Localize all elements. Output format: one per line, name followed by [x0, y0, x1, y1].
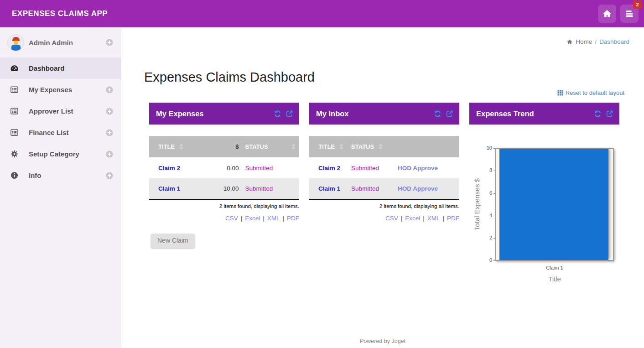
list-icon — [10, 128, 19, 137]
home-icon — [602, 9, 612, 19]
expand-button[interactable] — [105, 129, 114, 137]
hod-approve-link[interactable]: HOD Approve — [398, 165, 438, 171]
list-icon — [10, 85, 19, 94]
export-pdf-link[interactable]: PDF — [287, 215, 299, 222]
external-link-icon[interactable] — [286, 110, 293, 118]
dashboard-icon — [10, 64, 19, 73]
my-expenses-table: TITLE $ STATUS — [149, 136, 299, 200]
breadcrumb-home[interactable]: Home — [576, 38, 592, 45]
sidebar-item-label: Approver List — [29, 107, 105, 115]
external-link-icon[interactable] — [606, 110, 613, 118]
hod-approve-link[interactable]: HOD Approve — [398, 185, 438, 192]
sidebar-item-my-expenses[interactable]: My Expenses — [0, 79, 121, 100]
table-row: Claim 2 0.00 Submitted — [149, 157, 299, 178]
sidebar-item-label: Finance List — [29, 129, 105, 136]
sidebar-item-label: My Expenses — [29, 86, 105, 93]
panel-header: My Inbox — [309, 103, 459, 125]
avatar — [7, 34, 24, 51]
expenses-trend-chart: Total Expenses $ 10 8 6 4 2 0 Claim 1 Ti… — [469, 125, 619, 307]
export-csv-link[interactable]: CSV — [225, 215, 238, 222]
sidebar-item-label: Dashboard — [29, 64, 114, 72]
y-axis-label: Total Expenses $ — [473, 178, 481, 230]
refresh-icon[interactable] — [434, 110, 441, 118]
home-button[interactable] — [598, 5, 616, 23]
plus-circle-icon — [105, 129, 114, 137]
sidebar-item-info[interactable]: Info — [0, 165, 121, 186]
sort-icon[interactable] — [379, 144, 383, 150]
export-xml-link[interactable]: XML — [427, 215, 440, 222]
column-header-status[interactable]: STATUS — [245, 136, 299, 157]
sort-icon[interactable] — [179, 144, 183, 150]
top-app-bar: EXPENSES CLAIMS APP 2 — [0, 0, 644, 27]
new-claim-button[interactable]: New Claim — [151, 234, 195, 248]
export-pdf-link[interactable]: PDF — [447, 215, 459, 222]
inbox-tasks-button[interactable]: 2 — [620, 5, 639, 23]
sidebar-item-label: Setup Category — [29, 150, 105, 158]
claim-link[interactable]: Claim 1 — [318, 185, 340, 192]
reset-layout-label: Reset to default layout — [566, 89, 624, 96]
expand-button[interactable] — [105, 107, 114, 115]
user-expand-button[interactable] — [105, 38, 114, 47]
panel-header: Expenses Trend — [469, 103, 619, 125]
sidebar-user-row[interactable]: Admin Admin — [0, 27, 121, 57]
sidebar-item-dashboard[interactable]: Dashboard — [0, 57, 121, 79]
panel-expenses-trend: Expenses Trend Total Expenses $ 10 — [469, 103, 619, 307]
column-header-title[interactable]: TITLE — [309, 136, 351, 157]
gear-icon — [10, 150, 19, 158]
export-xml-link[interactable]: XML — [267, 215, 280, 222]
claim-link[interactable]: Claim 2 — [318, 165, 340, 171]
x-axis-label: Title — [495, 275, 614, 283]
claim-link[interactable]: Claim 1 — [158, 185, 180, 192]
list-icon — [10, 107, 19, 115]
panel-title: My Expenses — [156, 109, 270, 118]
column-header-amount[interactable]: $ — [211, 136, 245, 157]
page-title: Expenses Claims Dashboard — [144, 70, 315, 85]
status-cell: Submitted — [245, 178, 299, 199]
column-header-title[interactable]: TITLE — [149, 136, 211, 157]
sort-icon[interactable] — [291, 144, 299, 150]
panel-my-expenses: My Expenses — [149, 103, 299, 307]
my-inbox-table: TITLE STATUS — [309, 136, 459, 200]
export-links: CSV|Excel|XML|PDF — [149, 215, 299, 222]
info-icon — [10, 171, 19, 180]
y-tick: 6 — [472, 190, 492, 196]
panel-my-inbox: My Inbox — [309, 103, 459, 307]
export-links: CSV|Excel|XML|PDF — [309, 215, 459, 222]
plus-circle-icon — [105, 86, 114, 94]
expand-button[interactable] — [105, 150, 114, 158]
breadcrumb-separator: / — [595, 38, 597, 45]
powered-by-footer: Powered by Joget — [121, 338, 644, 344]
sidebar-item-approver-list[interactable]: Approver List — [0, 100, 121, 122]
refresh-icon[interactable] — [594, 110, 602, 118]
y-tick: 4 — [472, 213, 492, 218]
plus-circle-icon — [105, 171, 114, 180]
breadcrumb: Home / Dashboard — [566, 38, 629, 45]
home-icon — [566, 39, 573, 45]
plus-circle-icon — [105, 38, 114, 47]
column-header-empty — [398, 136, 459, 157]
user-name: Admin Admin — [29, 39, 105, 47]
expand-button[interactable] — [105, 171, 114, 180]
sort-icon[interactable] — [339, 144, 343, 150]
status-cell: Submitted — [245, 157, 299, 178]
export-csv-link[interactable]: CSV — [385, 215, 398, 222]
y-tick: 0 — [472, 257, 492, 263]
grid-icon — [557, 90, 563, 96]
items-summary: 2 items found, displaying all items. — [149, 203, 299, 209]
tasks-icon — [624, 9, 634, 19]
y-tick: 10 — [472, 145, 492, 151]
claim-link[interactable]: Claim 2 — [158, 165, 180, 171]
refresh-icon[interactable] — [274, 110, 281, 118]
export-excel-link[interactable]: Excel — [245, 215, 260, 222]
external-link-icon[interactable] — [446, 110, 453, 118]
sidebar-item-finance-list[interactable]: Finance List — [0, 122, 121, 143]
export-excel-link[interactable]: Excel — [405, 215, 420, 222]
panel-title: Expenses Trend — [476, 109, 590, 118]
reset-layout-link[interactable]: Reset to default layout — [557, 89, 624, 96]
column-header-status[interactable]: STATUS — [351, 136, 398, 157]
sidebar-item-setup-category[interactable]: Setup Category — [0, 143, 121, 165]
trend-bar — [499, 149, 608, 260]
expand-button[interactable] — [105, 86, 114, 94]
breadcrumb-current[interactable]: Dashboard — [599, 38, 629, 45]
plus-circle-icon — [105, 150, 114, 158]
